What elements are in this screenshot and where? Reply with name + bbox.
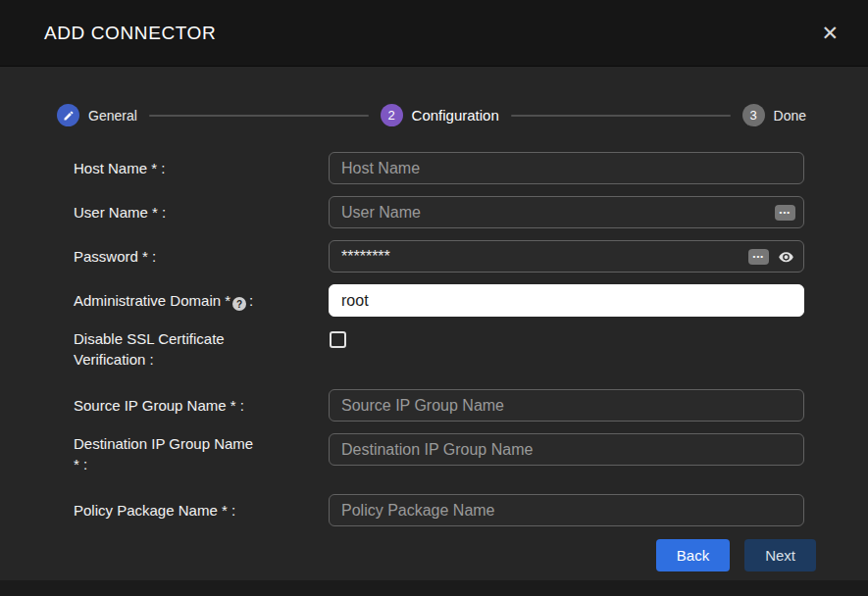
- next-button[interactable]: Next: [744, 539, 816, 571]
- host-name-control: [329, 152, 804, 184]
- footer-actions: Back Next: [0, 539, 816, 571]
- password-row: Password * : •••: [74, 240, 804, 273]
- ssl-verification-label: Disable SSL Certificate Verification :: [74, 328, 329, 370]
- user-name-label: User Name * :: [74, 202, 329, 223]
- step-general[interactable]: General: [57, 104, 137, 126]
- stepper: General 2 Configuration 3 Done: [57, 104, 806, 126]
- admin-domain-colon: :: [249, 292, 253, 309]
- connector-form: Host Name * : User Name * : ••• Password…: [74, 152, 804, 526]
- step-3-badge: 3: [742, 104, 765, 126]
- host-name-input[interactable]: [329, 152, 804, 184]
- password-input[interactable]: [329, 240, 804, 273]
- pencil-icon: [57, 104, 79, 126]
- ssl-label-line2: Verification :: [74, 349, 319, 370]
- source-ip-group-input[interactable]: [329, 389, 804, 422]
- stepper-line: [149, 115, 369, 117]
- step-done-label: Done: [774, 108, 806, 124]
- eye-icon[interactable]: [775, 248, 796, 266]
- ssl-verification-row: Disable SSL Certificate Verification :: [74, 328, 804, 370]
- admin-domain-label: Administrative Domain *?:: [74, 290, 329, 312]
- source-ip-group-label: Source IP Group Name * :: [74, 395, 329, 416]
- policy-package-input[interactable]: [329, 494, 804, 526]
- step-done[interactable]: 3 Done: [742, 104, 806, 126]
- add-connector-modal: ADD CONNECTOR ✕ General 2 Configuration …: [0, 0, 868, 571]
- password-label: Password * :: [74, 246, 329, 267]
- step-general-label: General: [88, 108, 137, 124]
- close-icon[interactable]: ✕: [815, 19, 844, 47]
- step-configuration[interactable]: 2 Configuration: [381, 104, 499, 126]
- destination-ip-group-input[interactable]: [329, 433, 804, 466]
- destination-ip-group-label: Destination IP Group Name * :: [74, 433, 329, 474]
- user-name-row: User Name * : •••: [74, 196, 804, 228]
- ellipsis-icon[interactable]: •••: [748, 249, 769, 265]
- destination-ip-group-row: Destination IP Group Name * :: [74, 433, 804, 474]
- host-name-label: Host Name * :: [74, 158, 329, 178]
- admin-domain-row: Administrative Domain *?:: [74, 284, 804, 317]
- policy-package-row: Policy Package Name * :: [74, 494, 804, 526]
- modal-bottom-edge: [0, 580, 868, 596]
- destination-ip-group-control: [329, 433, 804, 466]
- admin-domain-control: [329, 284, 804, 317]
- user-name-input[interactable]: [329, 196, 804, 228]
- source-ip-group-row: Source IP Group Name * :: [74, 389, 804, 422]
- policy-package-control: [329, 494, 804, 526]
- dest-ip-label-line2: * :: [74, 454, 319, 474]
- admin-domain-input[interactable]: [329, 284, 804, 317]
- ssl-verification-control: [329, 328, 804, 352]
- stepper-line: [511, 115, 731, 117]
- back-button[interactable]: Back: [656, 539, 730, 571]
- step-configuration-label: Configuration: [412, 107, 499, 124]
- page-title: ADD CONNECTOR: [44, 23, 216, 44]
- ssl-label-line1: Disable SSL Certificate: [74, 328, 319, 349]
- user-name-control: •••: [329, 196, 804, 228]
- step-2-badge: 2: [381, 104, 403, 126]
- host-name-row: Host Name * :: [74, 152, 804, 184]
- source-ip-group-control: [329, 389, 804, 422]
- dest-ip-label-line1: Destination IP Group Name: [74, 433, 319, 454]
- policy-package-label: Policy Package Name * :: [74, 500, 329, 521]
- modal-header: ADD CONNECTOR ✕: [0, 0, 868, 67]
- ssl-verification-checkbox[interactable]: [330, 331, 346, 348]
- password-control: •••: [329, 240, 804, 273]
- admin-domain-label-text: Administrative Domain *: [74, 292, 230, 309]
- ellipsis-icon[interactable]: •••: [775, 205, 795, 221]
- help-icon[interactable]: ?: [232, 297, 246, 311]
